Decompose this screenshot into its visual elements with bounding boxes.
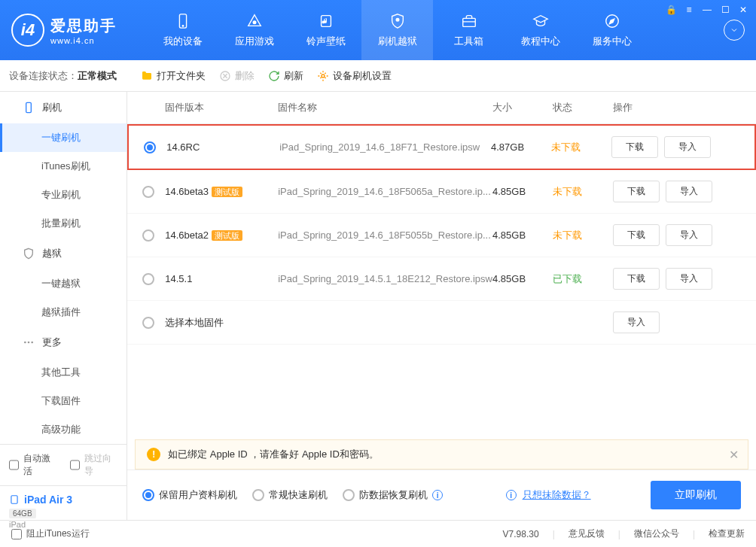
graduation-icon: [532, 12, 550, 30]
sidebar-item-other-tools[interactable]: 其他工具: [0, 358, 127, 387]
content-area: 固件版本 固件名称 大小 状态 操作 14.6RCiPad_Spring_201…: [127, 92, 756, 520]
firmware-row[interactable]: 14.6beta2测试版iPad_Spring_2019_14.6_18F505…: [127, 214, 756, 257]
sidebar-item-itunes-flash[interactable]: iTunes刷机: [0, 152, 127, 181]
warning-icon: !: [147, 448, 160, 461]
info-icon[interactable]: i: [432, 490, 443, 500]
sidebar-section-jailbreak[interactable]: 越狱: [0, 238, 127, 269]
download-button[interactable]: 下载: [613, 181, 660, 202]
nav-service[interactable]: 服务中心: [576, 0, 648, 60]
sidebar: 刷机 一键刷机 iTunes刷机 专业刷机 批量刷机 越狱 一键越狱 越狱插件 …: [0, 92, 127, 520]
svg-point-8: [322, 74, 325, 77]
svg-point-11: [28, 342, 30, 344]
nav-apps[interactable]: 应用游戏: [218, 0, 290, 60]
firmware-row[interactable]: 选择本地固件导入: [127, 301, 756, 345]
settings-button[interactable]: 设备刷机设置: [317, 69, 392, 83]
row-radio[interactable]: [142, 229, 154, 242]
sidebar-section-flash[interactable]: 刷机: [0, 92, 127, 123]
maximize-icon[interactable]: ☐: [720, 5, 730, 15]
delete-button[interactable]: 删除: [219, 69, 255, 83]
device-name: iPad Air 3: [9, 494, 117, 506]
erase-data-link[interactable]: 只想抹除数据？: [523, 488, 591, 502]
apps-icon: [245, 12, 264, 30]
option-normal-fast[interactable]: 常规快速刷机: [252, 488, 328, 502]
info-icon[interactable]: i: [506, 490, 517, 500]
firmware-row[interactable]: 14.6beta3测试版iPad_Spring_2019_14.6_18F506…: [127, 170, 756, 214]
flash-now-button[interactable]: 立即刷机: [651, 481, 741, 509]
row-radio[interactable]: [142, 186, 154, 198]
jailbreak-section-icon: [23, 248, 35, 260]
firmware-status: 已下载: [553, 272, 613, 286]
download-button[interactable]: 下载: [613, 268, 660, 290]
svg-rect-13: [11, 496, 17, 504]
lock-icon[interactable]: 🔒: [666, 5, 676, 15]
flash-section-icon: [23, 102, 35, 114]
import-button[interactable]: 导入: [666, 181, 712, 202]
nav-my-device[interactable]: 我的设备: [147, 0, 218, 60]
svg-point-1: [182, 26, 183, 26]
nav-tutorials[interactable]: 教程中心: [505, 0, 576, 60]
sidebar-item-download-firmware[interactable]: 下载固件: [0, 387, 127, 415]
beta-badge: 测试版: [212, 230, 242, 241]
sidebar-item-oneclick-jailbreak[interactable]: 一键越狱: [0, 269, 127, 298]
sidebar-item-batch-flash[interactable]: 批量刷机: [0, 209, 127, 238]
refresh-button[interactable]: 刷新: [268, 69, 303, 83]
svg-rect-9: [26, 102, 32, 112]
firmware-filename: iPad_Spring_2019_14.6_18F5065a_Restore.i…: [278, 186, 492, 197]
import-button[interactable]: 导入: [664, 136, 711, 158]
sidebar-section-more[interactable]: 更多: [0, 327, 127, 358]
close-icon[interactable]: ✕: [738, 5, 748, 15]
logo: i4 爱思助手 www.i4.cn: [11, 14, 117, 47]
firmware-version: 选择本地固件: [165, 316, 278, 330]
minimize-icon[interactable]: —: [702, 5, 712, 15]
row-radio[interactable]: [142, 273, 154, 285]
firmware-status: 未下载: [551, 141, 611, 154]
radio-icon: [343, 489, 355, 501]
nav-flash[interactable]: 刷机越狱: [361, 0, 433, 60]
option-anti-recovery[interactable]: 防数据恢复刷机 i: [343, 488, 446, 502]
firmware-size: 4.85GB: [492, 186, 553, 197]
nav-ringtones[interactable]: 铃声壁纸: [290, 0, 361, 60]
tablet-icon: [9, 494, 20, 505]
svg-point-2: [253, 21, 256, 24]
import-button[interactable]: 导入: [666, 268, 712, 290]
svg-point-4: [396, 18, 399, 21]
firmware-row[interactable]: 14.5.1iPad_Spring_2019_14.5.1_18E212_Res…: [127, 257, 756, 301]
download-button[interactable]: 下载: [611, 136, 658, 158]
auto-activate-checkbox[interactable]: 自动激活 跳过向导: [9, 452, 117, 478]
device-icon: [174, 12, 192, 30]
window-controls: 🔒 ≡ — ☐ ✕: [666, 5, 748, 15]
row-radio[interactable]: [142, 317, 154, 329]
sidebar-item-oneclick-flash[interactable]: 一键刷机: [0, 123, 127, 152]
option-keep-data[interactable]: 保留用户资料刷机: [142, 488, 237, 502]
skip-guide-checkbox[interactable]: [70, 460, 80, 470]
download-button[interactable]: 下载: [613, 224, 660, 246]
svg-point-12: [31, 342, 33, 344]
radio-icon: [142, 489, 154, 501]
feedback-link[interactable]: 意见反馈: [569, 527, 605, 540]
check-update-link[interactable]: 检查更新: [709, 527, 745, 540]
firmware-status: 未下载: [553, 185, 613, 199]
import-button[interactable]: 导入: [613, 311, 660, 333]
warning-bar: ! 如已绑定 Apple ID ，请准备好 Apple ID和密码。 ✕: [135, 439, 748, 470]
firmware-row[interactable]: 14.6RCiPad_Spring_2019_14.6_18F71_Restor…: [127, 124, 756, 170]
version-label: V7.98.30: [503, 529, 539, 539]
sidebar-item-jailbreak-plugins[interactable]: 越狱插件: [0, 298, 127, 327]
block-itunes-checkbox[interactable]: 阻止iTunes运行: [11, 527, 90, 540]
row-radio[interactable]: [144, 141, 156, 153]
radio-icon: [252, 489, 264, 501]
sidebar-item-pro-flash[interactable]: 专业刷机: [0, 181, 127, 209]
svg-rect-5: [462, 18, 475, 26]
nav-tools[interactable]: 工具箱: [433, 0, 505, 60]
firmware-table: 14.6RCiPad_Spring_2019_14.6_18F71_Restor…: [127, 124, 756, 439]
gear-icon: [317, 70, 329, 82]
sidebar-item-advanced[interactable]: 高级功能: [0, 415, 127, 444]
wechat-link[interactable]: 微信公众号: [634, 527, 679, 540]
refresh-icon: [268, 70, 280, 82]
warning-close-button[interactable]: ✕: [729, 448, 739, 462]
connection-status: 设备连接状态：正常模式: [9, 69, 141, 83]
menu-icon[interactable]: ≡: [684, 5, 694, 15]
header-dropdown[interactable]: [724, 20, 745, 41]
svg-point-10: [24, 342, 26, 344]
import-button[interactable]: 导入: [666, 224, 712, 246]
open-folder-button[interactable]: 打开文件夹: [141, 69, 206, 83]
